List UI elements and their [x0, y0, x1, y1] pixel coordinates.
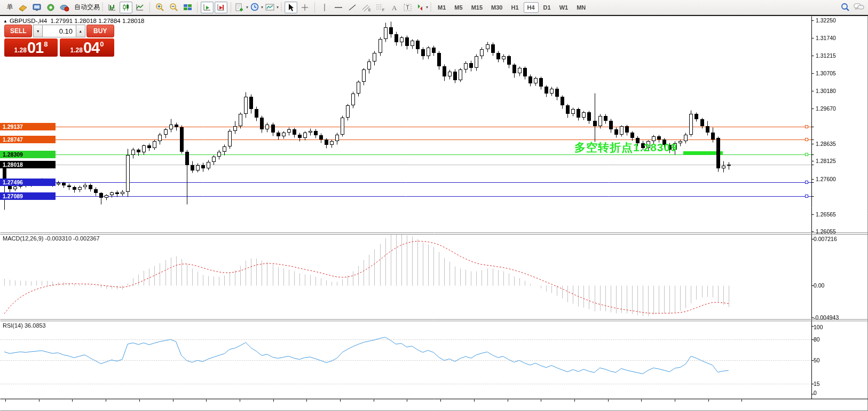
price-badge: 1.27089 [0, 192, 56, 200]
fibonacci-icon: F [375, 3, 385, 12]
price-tick-label: 1.28125 [816, 158, 836, 164]
tab-timeframe-H4[interactable]: H4 [524, 2, 539, 13]
toolbar-separator [231, 2, 231, 13]
new-order-button[interactable]: 单 [3, 2, 15, 13]
price-badge: 1.27496 [0, 179, 56, 186]
horizontal-line-tool-button[interactable] [332, 2, 345, 13]
candlestick-chart-icon [122, 3, 130, 12]
one-click-trading-panel: SELL ▼ ▲ BUY 1.28 01 8 1.28 04 0 [4, 25, 114, 57]
rsi-tick-label: 100 [814, 324, 823, 330]
price-tick-label: 1.32250 [816, 18, 836, 24]
volume-input[interactable] [43, 25, 76, 37]
price-badge: 1.29137 [0, 123, 56, 130]
price-tick-label: 1.26565 [816, 212, 836, 218]
zoom-in-icon [155, 3, 164, 12]
periods-button[interactable]: ▾ [250, 2, 264, 13]
data-window-button[interactable] [17, 2, 29, 13]
chart-window-border [0, 15, 868, 16]
chart-type-bars-button[interactable] [106, 2, 119, 13]
timeframe-toolbar: M1M5M15M30H1H4D1W1MN [433, 2, 590, 13]
trendline-icon [348, 3, 357, 12]
zoom-out-icon [169, 3, 178, 12]
chart-canvas[interactable] [0, 0, 868, 411]
tab-timeframe-M5[interactable]: M5 [451, 2, 466, 13]
search-icon [840, 3, 850, 12]
signals-button[interactable] [44, 2, 57, 13]
macd-tick-label: -0.004943 [814, 315, 839, 321]
search-button[interactable] [839, 2, 851, 13]
rsi-tick-label: 15 [814, 381, 820, 387]
channel-tool-button[interactable]: E [360, 2, 373, 13]
collapse-triangle-icon[interactable]: ▲ [3, 19, 7, 24]
buy-button[interactable]: BUY [86, 25, 114, 37]
clock-icon [250, 3, 259, 12]
zoom-in-button[interactable] [153, 2, 166, 13]
auto-scroll-icon [203, 3, 212, 12]
crosshair-tool-button[interactable] [298, 2, 311, 13]
chart-type-line-button[interactable] [133, 2, 146, 13]
price-tick-label: 1.29670 [816, 106, 836, 112]
svg-text:A: A [392, 4, 397, 12]
autotrading-label: 自动交易 [74, 3, 100, 12]
cursor-arrow-icon [287, 3, 295, 12]
rsi-value: 36.0853 [25, 322, 46, 329]
templates-button[interactable]: ▾ [265, 2, 279, 13]
toolbar-grip [281, 3, 282, 12]
tab-timeframe-D1[interactable]: D1 [540, 2, 555, 13]
price-tick-label: 1.27600 [816, 176, 836, 182]
chevron-down-icon[interactable]: ▾ [261, 5, 263, 10]
zoom-out-button[interactable] [167, 2, 180, 13]
ohlc-values: 1.27991 1.28018 1.27884 1.28018 [51, 18, 145, 24]
text-label-tool-button[interactable]: T [401, 2, 414, 13]
sell-price-display[interactable]: 1.28 01 8 [4, 38, 58, 57]
tab-timeframe-MN[interactable]: MN [573, 2, 589, 13]
text-label-icon: T [403, 3, 413, 12]
toolbar-separator [149, 2, 150, 13]
rsi-tick-label: 0 [814, 390, 817, 396]
text-a-icon: A [390, 3, 398, 12]
chat-bubbles-icon [854, 3, 864, 12]
vertical-line-tool-button[interactable] [318, 2, 331, 13]
terminal-button[interactable] [30, 2, 43, 13]
rsi-name: RSI(14) [3, 322, 23, 329]
volume-decrement-button[interactable]: ▼ [33, 25, 43, 37]
vertical-line-icon [322, 3, 327, 12]
macd-values: -0.003310 -0.002367 [45, 235, 99, 242]
chevron-down-icon[interactable]: ▾ [426, 5, 428, 10]
mt4-window: 单 自动交易 [0, 0, 868, 411]
indicators-button[interactable]: ▾ [234, 2, 249, 13]
text-tool-button[interactable]: A [388, 2, 400, 13]
chart-annotation-text[interactable]: 多空转折点1.28309 [574, 140, 677, 155]
macd-tick-label: 0.00 [814, 283, 824, 289]
chevron-down-icon[interactable]: ▾ [246, 5, 248, 10]
buy-price-sup: 0 [100, 40, 104, 48]
sell-button[interactable]: SELL [4, 25, 32, 37]
market-button[interactable] [58, 2, 71, 13]
tab-timeframe-M15[interactable]: M15 [468, 2, 486, 13]
fibonacci-tool-button[interactable]: F [374, 2, 386, 13]
buy-price-big: 04 [83, 40, 99, 56]
buy-price-display[interactable]: 1.28 04 0 [60, 38, 114, 57]
auto-scroll-button[interactable] [201, 2, 214, 13]
tab-timeframe-M1[interactable]: M1 [434, 2, 449, 13]
tab-timeframe-M30[interactable]: M30 [487, 2, 506, 13]
toolbar-separator [314, 2, 315, 13]
arrows-tool-button[interactable]: ▾ [415, 2, 429, 13]
tab-timeframe-W1[interactable]: W1 [556, 2, 572, 13]
tab-timeframe-H1[interactable]: H1 [507, 2, 522, 13]
rsi-tick-label: 50 [814, 358, 820, 363]
cursor-tool-button[interactable] [285, 2, 297, 13]
chevron-down-icon[interactable]: ▾ [277, 5, 279, 10]
sell-price-prefix: 1.28 [14, 46, 27, 54]
price-tick-label: 1.30705 [816, 71, 836, 76]
rsi-tick-label: 80 [814, 337, 820, 343]
symbol-label: GBPUSD-,H4 [10, 18, 47, 24]
autotrading-button[interactable]: 自动交易 [72, 2, 100, 13]
trendline-tool-button[interactable] [346, 2, 359, 13]
chart-shift-button[interactable] [215, 2, 227, 13]
volume-increment-button[interactable]: ▲ [76, 25, 85, 37]
chat-button[interactable] [853, 2, 865, 13]
price-tick-label: 1.30180 [816, 88, 836, 94]
tile-windows-button[interactable] [181, 2, 194, 13]
chart-type-candles-button[interactable] [120, 2, 132, 13]
